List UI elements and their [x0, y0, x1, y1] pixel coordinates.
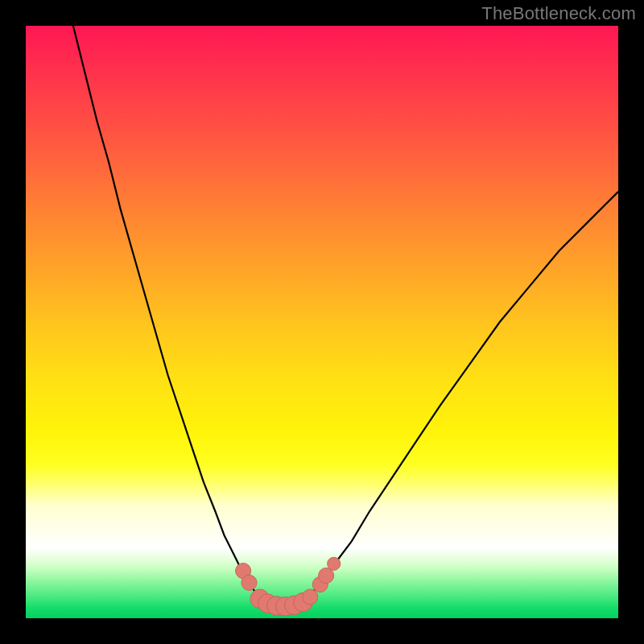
curve-marker [242, 575, 257, 590]
curve-markers [236, 557, 341, 616]
chart-frame: TheBottleneck.com [0, 0, 644, 644]
curve-marker [303, 589, 318, 605]
plot-area [26, 26, 618, 618]
curve-marker [328, 557, 341, 570]
curve-layer [26, 26, 618, 618]
bottleneck-curve [73, 26, 618, 606]
curve-path [73, 26, 618, 606]
watermark-text: TheBottleneck.com [481, 3, 636, 24]
